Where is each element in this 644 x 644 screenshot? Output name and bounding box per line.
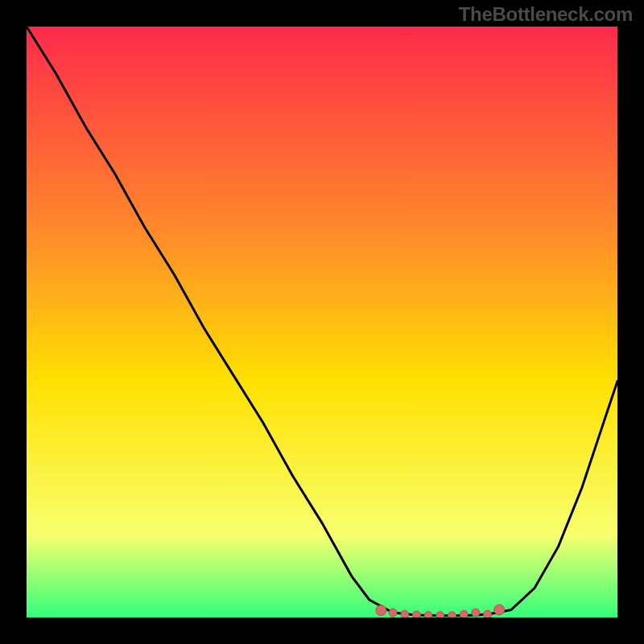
- attribution-label: TheBottleneck.com: [459, 3, 633, 26]
- bottleneck-chart: [27, 27, 617, 617]
- marker-dot: [484, 610, 492, 617]
- marker-dot: [401, 610, 409, 617]
- marker-dot: [376, 605, 386, 616]
- marker-dot: [389, 609, 397, 617]
- gradient-background: [27, 27, 617, 617]
- marker-dot: [424, 612, 432, 617]
- chart-container: TheBottleneck.com: [0, 0, 644, 644]
- marker-dot: [436, 612, 444, 617]
- marker-dot: [460, 610, 468, 617]
- marker-dot: [472, 609, 480, 617]
- plot-area: [27, 27, 617, 617]
- marker-dot: [494, 605, 505, 615]
- marker-dot: [412, 611, 420, 617]
- marker-dot: [448, 612, 456, 617]
